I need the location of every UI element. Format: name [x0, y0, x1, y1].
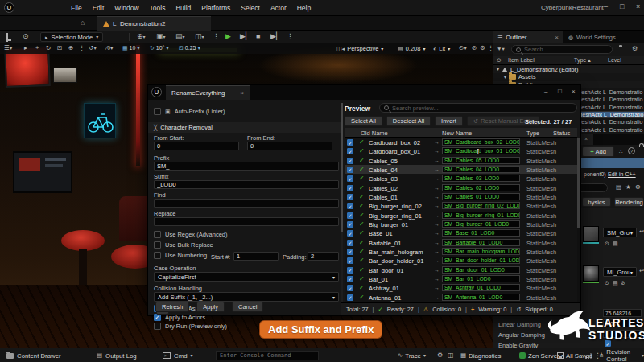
suffix-input[interactable]: [154, 180, 339, 189]
start-input[interactable]: [233, 252, 279, 261]
old-name[interactable]: Cables_05: [369, 158, 398, 165]
apply-actors-checkbox[interactable]: ✓: [154, 314, 161, 321]
old-name[interactable]: Cables_02: [369, 185, 398, 192]
select-all-button[interactable]: Select All: [345, 116, 382, 126]
from-start-input[interactable]: [154, 142, 239, 150]
tab-world-settings[interactable]: ◍ World Settings: [564, 31, 644, 43]
new-name-field[interactable]: SM_Bar_door_holder_01_LOD0: [442, 257, 520, 264]
invert-button[interactable]: Invert: [435, 116, 463, 126]
old-name[interactable]: Cables_04: [369, 167, 398, 174]
browse-asset-icon[interactable]: ⊙: [605, 241, 609, 246]
move-tool-icon[interactable]: +: [35, 45, 39, 51]
refresh-button[interactable]: Refresh: [155, 302, 189, 312]
cmd-dropdown[interactable]: > Cmd ▾: [163, 348, 192, 362]
old-name[interactable]: Antenna_01: [369, 294, 401, 302]
old-name[interactable]: Bar_01: [369, 276, 388, 283]
filter-icon[interactable]: ▼▾: [497, 47, 505, 52]
preview-search[interactable]: [379, 103, 577, 113]
settings-icon[interactable]: ⚙: [437, 352, 443, 359]
outliner-settings-icon[interactable]: ⚙: [632, 46, 638, 52]
preview-row[interactable]: ✓ ✓ Cables_05 → SM_Cables_05_LOD0 Static…: [345, 156, 577, 165]
tab-outliner[interactable]: ☰ Outliner ×: [493, 31, 563, 43]
row-checkbox[interactable]: ✓: [347, 139, 353, 146]
preview-row[interactable]: ✓ ✓ Big_burger_01 → SM_Big_burger_01_LOD…: [345, 220, 577, 228]
col-type[interactable]: Type ▴: [574, 57, 591, 64]
new-name-field[interactable]: SM_Cables_02_LOD0: [442, 184, 520, 191]
preview-row[interactable]: ✓ ✓ Bar_door_01 → SM_Bar_door_01_LOD0 St…: [345, 265, 577, 274]
console-input[interactable]: [216, 351, 319, 360]
new-name-field[interactable]: SM_Ashtray_01_LOD0: [442, 284, 520, 291]
eject-icon[interactable]: ▶▏: [270, 33, 282, 40]
details-settings-icon[interactable]: ⚙: [635, 184, 641, 191]
save-icon[interactable]: [6, 34, 8, 41]
row-checkbox[interactable]: ✓: [347, 194, 353, 200]
visibility-column-icon[interactable]: ⊙: [497, 57, 502, 63]
rotate-tool-icon[interactable]: ↻: [46, 45, 51, 51]
use-regex-checkbox[interactable]: ✓: [154, 231, 161, 238]
auto-prefix-row[interactable]: ✓ ▣ Auto-Prefix (Linter): [154, 108, 225, 115]
grid-view-icon[interactable]: ▤: [616, 184, 621, 191]
use-bulk-checkbox[interactable]: ✓: [154, 241, 161, 249]
new-name-field[interactable]: SM_Bar_01_LOD0: [442, 275, 520, 282]
menu-item[interactable]: Tools: [150, 4, 166, 12]
col-new-name[interactable]: New Name: [442, 130, 472, 137]
old-name[interactable]: Big_burger_ring_01: [369, 212, 422, 220]
help-icon[interactable]: ?: [628, 147, 635, 154]
material-asset-dropdown[interactable]: MI_Grou▾: [603, 267, 637, 277]
outliner-search-input[interactable]: [524, 46, 608, 53]
tab-rendering[interactable]: Rendering: [614, 197, 644, 207]
new-name-field[interactable]: SM_Base_01_LOD0: [442, 229, 520, 237]
copy-asset-icon[interactable]: ▤: [613, 241, 618, 246]
preview-row[interactable]: ✓ ✓ Cables_02 → SM_Cables_02_LOD0 Static…: [345, 183, 577, 192]
old-name[interactable]: Cardboard_box_01: [369, 148, 420, 155]
selection-mode-dropdown[interactable]: ▸ Selection Mode ▾: [40, 32, 103, 42]
dry-run-checkbox[interactable]: ✓: [154, 323, 161, 330]
expand-arrow-icon[interactable]: ▾: [504, 75, 506, 80]
screen-percentage[interactable]: ▤0.208▾: [398, 45, 425, 52]
old-name[interactable]: Bartable_01: [369, 240, 401, 247]
tab-physics-fragment[interactable]: hysics: [582, 197, 611, 207]
col-type[interactable]: Type: [526, 130, 539, 137]
viewport-options-icon[interactable]: ☰▾: [4, 45, 13, 51]
row-checkbox[interactable]: ✓: [347, 294, 353, 301]
row-checkbox[interactable]: ✓: [347, 212, 353, 219]
material-thumbnail-1[interactable]: [583, 226, 599, 242]
row-checkbox[interactable]: ✓: [347, 175, 353, 182]
preview-row[interactable]: ✓ ✓ Bar_01 → SM_Bar_01_LOD0 StaticMesh: [345, 274, 577, 283]
preview-row[interactable]: ✓ ✓ Bar_main_hologram → SM_Bar_main_holo…: [345, 247, 577, 256]
row-checkbox[interactable]: ✓: [347, 285, 353, 291]
menu-item[interactable]: Select: [241, 4, 260, 12]
case-operation-select[interactable]: CapitalizeFirst▾: [154, 272, 339, 282]
new-name-field[interactable]: SM_Cables_01_LOD0: [442, 193, 520, 200]
old-name[interactable]: Base_01: [369, 230, 393, 237]
stop-icon[interactable]: ■: [256, 33, 260, 40]
world-local-icon[interactable]: ⊕: [68, 45, 73, 51]
new-name-field[interactable]: SM_Big_burger_01_LOD0: [442, 220, 520, 228]
replace-input[interactable]: [154, 217, 339, 226]
browse-mode-icon[interactable]: ⊙: [23, 33, 29, 40]
new-name-field[interactable]: SM_Cables_04_LOD0: [442, 166, 520, 173]
use-numbering-checkbox[interactable]: ✓: [154, 252, 161, 259]
new-name-field[interactable]: SM_Cables_03_LOD0: [442, 175, 520, 182]
add-component-button[interactable]: + Add: [582, 146, 614, 157]
material-thumbnail-2[interactable]: [583, 265, 599, 282]
screenshot-icon[interactable]: ◫: [448, 352, 454, 359]
viewport-settings-icon[interactable]: ⚙: [480, 45, 485, 51]
use-bulk-row[interactable]: ✓Use Bulk Replace: [154, 241, 213, 249]
perspective-dropdown[interactable]: ◫◂Perspective▾: [336, 45, 383, 52]
new-name-field[interactable]: SM_Cardboard_box_01_LOD0: [442, 147, 520, 154]
preview-row[interactable]: ✓ ✓ Ashtray_01 → SM_Ashtray_01_LOD0 Stat…: [345, 283, 577, 292]
row-checkbox[interactable]: ✓: [347, 148, 353, 154]
scale-tool-icon[interactable]: ⊡: [57, 45, 62, 51]
minimize-button[interactable]: –: [604, 3, 608, 10]
transform-more-icon[interactable]: ⋮: [79, 45, 85, 51]
from-end-input[interactable]: [247, 142, 332, 150]
menu-item[interactable]: Build: [175, 4, 191, 12]
row-checkbox[interactable]: ✓: [347, 185, 353, 191]
platforms-icon[interactable]: ◫▾: [195, 33, 204, 40]
row-checkbox[interactable]: ✓: [347, 240, 353, 246]
close-button[interactable]: ×: [636, 3, 640, 10]
row-checkbox[interactable]: ✓: [347, 203, 353, 209]
deselect-all-button[interactable]: Deselect All: [386, 116, 431, 126]
row-checkbox[interactable]: ✓: [347, 221, 353, 228]
